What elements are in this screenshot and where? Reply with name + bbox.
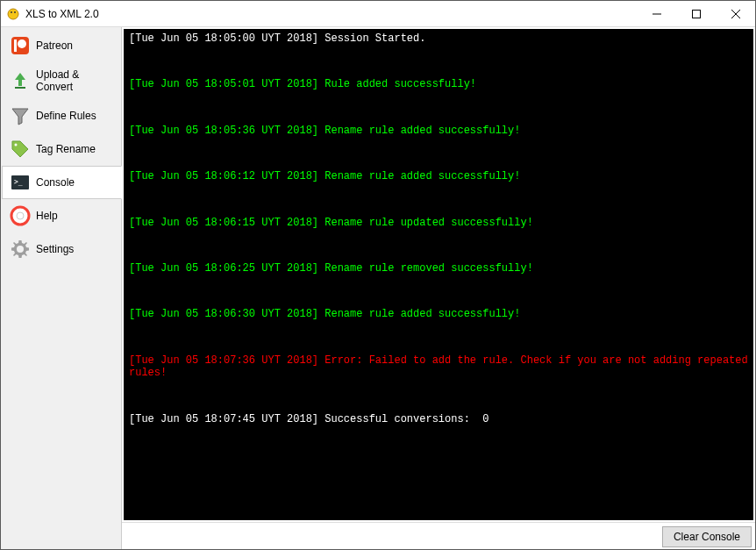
svg-point-0 [8, 9, 18, 19]
sidebar-item-label: Define Rules [36, 110, 96, 122]
minimize-button[interactable] [637, 1, 676, 26]
titlebar: XLS to XML 2.0 [1, 1, 755, 27]
sidebar-item-label: Tag Rename [36, 143, 96, 155]
app-icon [6, 7, 20, 21]
sidebar-item-tag-rename[interactable]: Tag Rename [2, 132, 120, 166]
svg-point-15 [17, 212, 24, 219]
clear-console-button[interactable]: Clear Console [662, 526, 752, 547]
sidebar-item-console[interactable]: >_ Console [2, 166, 122, 199]
console-line: [Tue Jun 05 18:06:30 UYT 2018] Rename ru… [129, 308, 748, 320]
sidebar-item-upload-convert[interactable]: Upload & Convert [2, 62, 120, 99]
console-line: [Tue Jun 05 18:07:36 UYT 2018] Error: Fa… [129, 354, 748, 380]
window-controls [637, 1, 755, 26]
sidebar-item-label: Help [36, 210, 58, 222]
console-output[interactable]: [Tue Jun 05 18:05:00 UYT 2018] Session S… [124, 29, 753, 520]
main-area: Patreon Upload & Convert Define Rules Ta… [1, 27, 755, 550]
sidebar-item-settings[interactable]: Settings [2, 232, 120, 266]
svg-point-8 [18, 39, 26, 48]
gear-icon [10, 239, 31, 260]
sidebar-item-help[interactable]: Help [2, 199, 120, 232]
sidebar-item-label: Console [36, 176, 75, 189]
svg-point-2 [14, 11, 16, 13]
content-area: [Tue Jun 05 18:05:00 UYT 2018] Session S… [122, 27, 755, 550]
sidebar-item-label: Patreon [36, 39, 73, 52]
upload-icon [10, 70, 31, 91]
console-line: [Tue Jun 05 18:06:12 UYT 2018] Rename ru… [129, 170, 748, 182]
console-line: [Tue Jun 05 18:05:01 UYT 2018] Rule adde… [129, 78, 748, 90]
sidebar-item-label: Upload & Convert [36, 68, 112, 93]
console-icon: >_ [10, 172, 31, 193]
svg-point-11 [15, 144, 18, 146]
svg-text:>_: >_ [14, 178, 23, 186]
console-line: [Tue Jun 05 18:05:00 UYT 2018] Session S… [129, 32, 748, 45]
bottom-bar: Clear Console [122, 522, 755, 550]
sidebar: Patreon Upload & Convert Define Rules Ta… [1, 27, 122, 550]
console-line: [Tue Jun 05 18:05:36 UYT 2018] Rename ru… [129, 125, 748, 137]
console-line: [Tue Jun 05 18:06:15 UYT 2018] Rename ru… [129, 217, 748, 229]
window-title: XLS to XML 2.0 [25, 8, 637, 20]
tag-icon [10, 139, 31, 160]
svg-rect-4 [692, 10, 700, 18]
maximize-button[interactable] [676, 1, 716, 26]
console-line: [Tue Jun 05 18:06:25 UYT 2018] Rename ru… [129, 262, 748, 275]
sidebar-item-label: Settings [36, 243, 74, 255]
svg-point-1 [11, 11, 12, 13]
funnel-icon [10, 105, 31, 126]
sidebar-item-patreon[interactable]: Patreon [2, 29, 120, 62]
help-icon [10, 205, 31, 226]
svg-rect-9 [14, 39, 17, 52]
patreon-icon [10, 35, 31, 56]
sidebar-item-define-rules[interactable]: Define Rules [2, 99, 120, 132]
close-button[interactable] [716, 1, 755, 26]
console-line: [Tue Jun 05 18:07:45 UYT 2018] Successfu… [129, 413, 748, 425]
svg-rect-10 [15, 87, 25, 89]
